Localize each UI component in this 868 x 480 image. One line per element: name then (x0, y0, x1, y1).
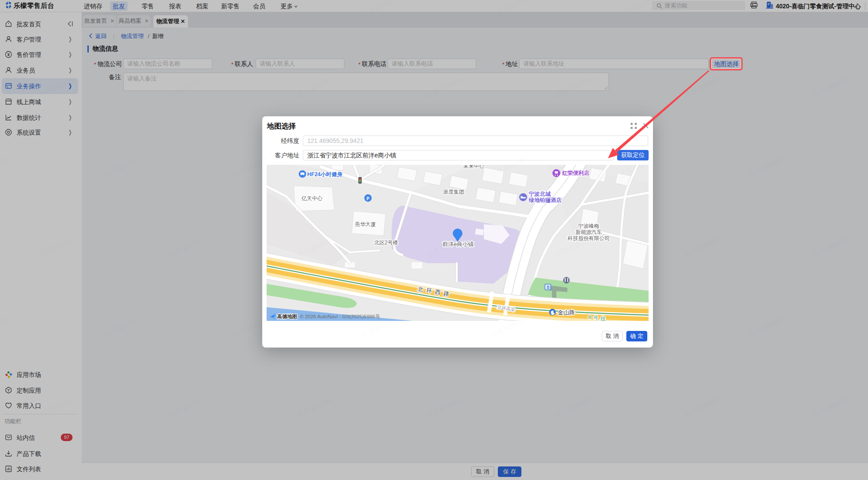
svg-text:B: B (547, 285, 550, 290)
svg-text:HF24小时健身: HF24小时健身 (307, 171, 343, 177)
svg-text:新能源汽车: 新能源汽车 (576, 229, 602, 235)
svg-text:绿地铂骊酒店: 绿地铂骊酒店 (528, 197, 562, 203)
svg-text:宁波峰梅: 宁波峰梅 (578, 223, 599, 229)
svg-text:高德地图: 高德地图 (277, 314, 297, 319)
svg-text:派度集团: 派度集团 (443, 189, 464, 195)
svg-text:燕华大厦: 燕华大厦 (354, 221, 376, 227)
svg-text:红荣便利店: 红荣便利店 (562, 170, 590, 176)
svg-text:宁波北城: 宁波北城 (528, 191, 551, 197)
svg-text:北区2号楼: 北区2号楼 (374, 240, 398, 246)
svg-text:亿天中心: 亿天中心 (301, 195, 323, 202)
svg-text:科技股份有限公司: 科技股份有限公司 (567, 235, 610, 241)
svg-text:© 2026 AutoNavi - GS(2025)5996: © 2026 AutoNavi - GS(2025)5996号 (300, 314, 380, 319)
svg-text:前洋e商小镇: 前洋e商小镇 (442, 241, 474, 247)
svg-text:金山路: 金山路 (558, 309, 575, 316)
svg-text:P: P (367, 196, 370, 201)
svg-text:未来中心: 未来中心 (463, 165, 484, 169)
